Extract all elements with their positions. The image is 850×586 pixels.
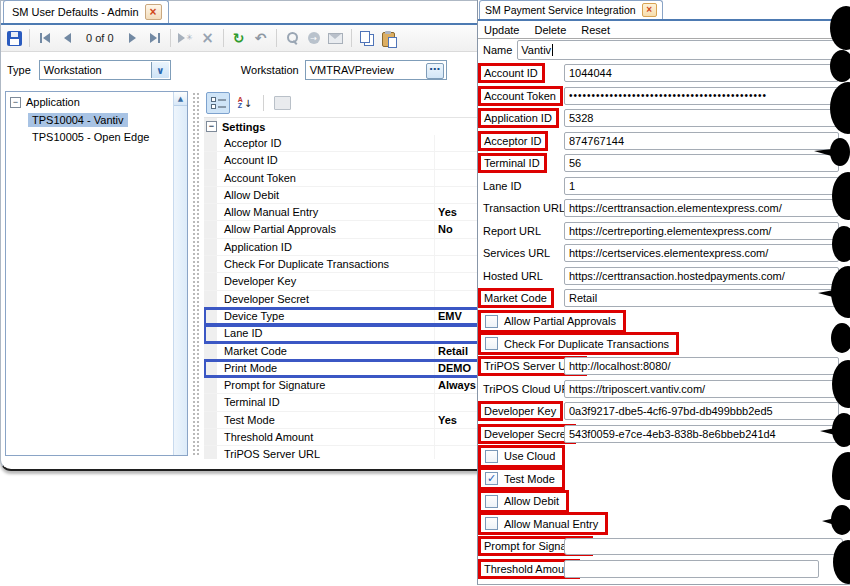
checkbox[interactable] bbox=[485, 495, 498, 508]
field-input[interactable] bbox=[564, 244, 839, 262]
chevron-down-icon[interactable]: ∨ bbox=[151, 62, 169, 78]
signature-dropdown[interactable] bbox=[564, 538, 843, 555]
field-input[interactable] bbox=[564, 267, 839, 285]
menu-item-delete[interactable]: Delete bbox=[534, 24, 566, 36]
grid-row[interactable]: Market CodeRetail bbox=[204, 343, 480, 360]
grid-row[interactable]: Account Token bbox=[204, 170, 480, 187]
save-button[interactable] bbox=[5, 28, 23, 48]
tree-root-node[interactable]: − Application bbox=[6, 92, 187, 110]
grid-row[interactable]: Lane ID bbox=[204, 325, 480, 342]
checkbox[interactable] bbox=[485, 517, 498, 530]
checkbox-label: Check For Duplicate Transactions bbox=[504, 338, 669, 350]
checkbox-checked[interactable]: ✓ bbox=[485, 472, 498, 485]
refresh-button[interactable]: ↻ bbox=[230, 28, 248, 48]
field-input[interactable] bbox=[564, 109, 839, 127]
field-input[interactable] bbox=[564, 425, 839, 443]
form-row: Prompt for Signature bbox=[478, 537, 850, 555]
field-input[interactable] bbox=[564, 177, 839, 195]
grid-row-name: Application ID bbox=[204, 239, 434, 255]
field-label: Market Code bbox=[478, 288, 554, 308]
next-record-button[interactable] bbox=[124, 28, 142, 48]
name-input[interactable]: Vantiv bbox=[517, 40, 844, 60]
field-label: Developer Key bbox=[478, 401, 563, 421]
property-pages-button[interactable] bbox=[270, 92, 294, 114]
grid-row[interactable]: Allow Manual EntryYes bbox=[204, 204, 480, 221]
tab-user-defaults-admin[interactable]: SM User Defaults - Admin × bbox=[3, 0, 169, 23]
grid-row[interactable]: Prompt for SignatureAlways bbox=[204, 377, 480, 394]
grid-row[interactable]: Threshold Amount bbox=[204, 429, 480, 446]
field-input[interactable] bbox=[564, 402, 839, 420]
field-label: Developer Secret bbox=[478, 424, 576, 444]
field-label-wrap: Services URL bbox=[478, 247, 564, 259]
type-dropdown[interactable]: Workstation ∨ bbox=[39, 60, 171, 80]
name-row: Name Vantiv bbox=[478, 39, 850, 61]
field-input[interactable] bbox=[564, 560, 819, 578]
checkbox[interactable] bbox=[485, 337, 498, 350]
grid-row[interactable]: Test ModeYes bbox=[204, 412, 480, 429]
grid-row[interactable]: Developer Secret bbox=[204, 291, 480, 308]
grid-row[interactable]: Allow Partial ApprovalsNo bbox=[204, 221, 480, 238]
tree-scrollbar[interactable]: ▲ bbox=[173, 92, 187, 455]
field-label: Terminal ID bbox=[478, 153, 547, 173]
panel-splitter[interactable] bbox=[191, 91, 200, 456]
field-input[interactable] bbox=[564, 154, 839, 172]
collapse-icon[interactable]: − bbox=[206, 121, 217, 132]
tab-title: SM Payment Service Integration bbox=[485, 4, 636, 16]
field-input[interactable] bbox=[564, 87, 839, 105]
ellipsis-button[interactable]: … bbox=[426, 63, 444, 79]
property-pages-icon bbox=[274, 96, 291, 110]
collapse-icon[interactable]: − bbox=[10, 97, 21, 108]
field-input[interactable] bbox=[564, 380, 839, 398]
email-button[interactable] bbox=[327, 28, 345, 48]
workstation-input[interactable]: VMTRAVPreview … bbox=[305, 60, 447, 80]
print-preview-button[interactable] bbox=[283, 28, 301, 48]
scroll-up-icon[interactable]: ▲ bbox=[174, 92, 187, 106]
grid-row[interactable]: Developer Key bbox=[204, 273, 480, 290]
tab-payment-service-integration[interactable]: SM Payment Service Integration × bbox=[479, 0, 663, 19]
checkbox[interactable] bbox=[485, 450, 498, 463]
menu-item-update[interactable]: Update bbox=[484, 24, 519, 36]
grid-row[interactable]: Print ModeDEMO bbox=[204, 360, 480, 377]
tab-close-icon[interactable]: × bbox=[642, 3, 657, 17]
delete-record-button[interactable]: × bbox=[199, 28, 217, 48]
form-row: Allow Debit bbox=[478, 492, 850, 510]
grid-row-name: Lane ID bbox=[204, 325, 434, 341]
grid-row[interactable]: TriPOS Server URL bbox=[204, 446, 480, 459]
first-record-button[interactable] bbox=[36, 28, 54, 48]
tree-item[interactable]: TPS10004 - Vantiv bbox=[28, 113, 128, 127]
field-input[interactable] bbox=[564, 222, 839, 240]
previous-record-button[interactable] bbox=[58, 28, 76, 48]
last-record-button[interactable] bbox=[146, 28, 164, 48]
grid-row[interactable]: Terminal ID bbox=[204, 394, 480, 411]
refresh-icon: ↻ bbox=[233, 31, 245, 45]
form-row: Allow Manual Entry bbox=[478, 515, 850, 533]
red-annotation-box: Check For Duplicate Transactions bbox=[478, 332, 679, 355]
tree-item[interactable]: TPS10005 - Open Edge bbox=[28, 130, 153, 144]
field-label-wrap: Report URL bbox=[478, 225, 564, 237]
grid-row-value: Yes bbox=[434, 204, 480, 220]
grid-row[interactable]: Allow Debit bbox=[204, 187, 480, 204]
field-input[interactable] bbox=[564, 289, 839, 307]
checkbox[interactable] bbox=[485, 315, 498, 328]
grid-category-row[interactable]: − Settings bbox=[204, 118, 480, 135]
tab-close-icon[interactable]: × bbox=[145, 4, 162, 20]
form-row: Threshold Amount bbox=[478, 560, 850, 578]
grid-row[interactable]: Acceptor ID bbox=[204, 135, 480, 152]
field-input[interactable] bbox=[564, 132, 839, 150]
grid-row[interactable]: Device TypeEMV bbox=[204, 308, 480, 325]
go-button[interactable]: → bbox=[305, 28, 323, 48]
copy-button[interactable] bbox=[358, 28, 376, 48]
field-input[interactable] bbox=[564, 64, 839, 82]
new-record-button[interactable]: ✳ bbox=[177, 28, 195, 48]
alphabetical-sort-button[interactable]: AZ↓ bbox=[233, 92, 257, 114]
menu-item-reset[interactable]: Reset bbox=[581, 24, 610, 36]
field-input[interactable] bbox=[564, 199, 839, 217]
red-annotation-box: Allow Manual Entry bbox=[478, 512, 608, 535]
grid-row[interactable]: Application ID bbox=[204, 239, 480, 256]
categorized-view-button[interactable] bbox=[206, 92, 230, 114]
undo-button[interactable]: ↶ bbox=[252, 28, 270, 48]
paste-button[interactable] bbox=[380, 28, 398, 48]
grid-row[interactable]: Account ID bbox=[204, 152, 480, 169]
grid-row[interactable]: Check For Duplicate Transactions bbox=[204, 256, 480, 273]
field-input[interactable] bbox=[564, 357, 839, 375]
